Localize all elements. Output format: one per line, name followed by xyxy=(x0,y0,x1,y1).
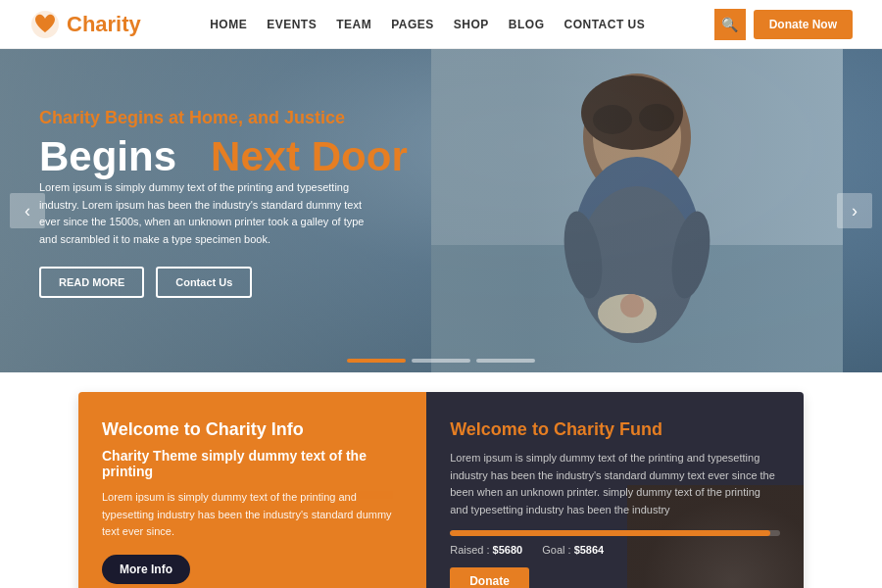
fund-stats: Raised : $5680 Goal : $5864 xyxy=(450,544,780,556)
logo[interactable]: Charity xyxy=(29,9,141,40)
hero-content: Charity Begins at Home, and Justice Begi… xyxy=(0,49,510,298)
nav-right: 🔍 Donate Now xyxy=(714,9,853,40)
raised-stat: Raised : $5680 xyxy=(450,544,522,556)
chevron-left-icon: ‹ xyxy=(24,201,30,221)
hero-dot-3[interactable] xyxy=(476,359,535,363)
hero-dot-1[interactable] xyxy=(347,359,406,363)
nav-team[interactable]: TEAM xyxy=(336,18,371,31)
nav-events[interactable]: EVENTS xyxy=(267,18,317,31)
nav-home[interactable]: HOME xyxy=(210,18,247,31)
goal-value: $5864 xyxy=(574,544,605,556)
hero-buttons: READ MORE Contact Us xyxy=(39,267,470,298)
charity-fund-content: Welcome to Charity Fund Lorem ipsum is s… xyxy=(450,419,780,588)
nav-pages[interactable]: PAGES xyxy=(391,18,434,31)
raised-value: $5680 xyxy=(493,544,523,556)
progress-bar-fill xyxy=(450,530,770,536)
search-icon: 🔍 xyxy=(721,17,738,32)
logo-icon xyxy=(29,9,61,40)
contact-us-button[interactable]: Contact Us xyxy=(156,267,252,298)
charity-fund-title: Welcome to Charity Fund xyxy=(450,419,780,440)
charity-info-bold: Charity Theme simply dummy text of the p… xyxy=(102,448,403,479)
hero-section: Charity Begins at Home, and Justice Begi… xyxy=(0,49,882,372)
navbar: Charity HOME EVENTS TEAM PAGES SHOP BLOG… xyxy=(0,0,882,49)
donate-nav-button[interactable]: Donate Now xyxy=(754,10,853,39)
hero-title-white: Begins xyxy=(39,133,176,179)
hero-subtitle: Charity Begins at Home, and Justice xyxy=(39,108,470,128)
hero-dot-2[interactable] xyxy=(412,359,470,363)
nav-shop[interactable]: SHOP xyxy=(454,18,489,31)
charity-info-card: Welcome to Charity Info Charity Theme si… xyxy=(78,392,426,588)
hero-title-orange: Next Door xyxy=(211,133,408,179)
charity-info-title: Welcome to Charity Info xyxy=(102,419,403,440)
charity-info-description: Lorem ipsum is simply dummy text of the … xyxy=(102,489,403,541)
hero-next-button[interactable]: › xyxy=(837,193,872,228)
goal-stat: Goal : $5864 xyxy=(542,544,604,556)
hero-title-line1: Begins Next Door xyxy=(39,134,470,179)
charity-fund-card: Welcome to Charity Fund Lorem ipsum is s… xyxy=(426,392,804,588)
nav-links: HOME EVENTS TEAM PAGES SHOP BLOG CONTACT… xyxy=(210,18,645,31)
progress-bar-container xyxy=(450,530,780,536)
charity-fund-description: Lorem ipsum is simply dummy text of the … xyxy=(450,450,780,518)
cards-section: Welcome to Charity Info Charity Theme si… xyxy=(78,392,804,588)
chevron-right-icon: › xyxy=(852,201,858,221)
hero-dots xyxy=(347,359,535,363)
read-more-button[interactable]: READ MORE xyxy=(39,267,144,298)
logo-text: Charity xyxy=(67,12,141,37)
nav-blog[interactable]: BLOG xyxy=(509,18,545,31)
nav-contact[interactable]: CONTACT US xyxy=(564,18,646,31)
hero-prev-button[interactable]: ‹ xyxy=(10,193,45,228)
donate-button[interactable]: Donate xyxy=(450,567,529,588)
search-button[interactable]: 🔍 xyxy=(714,9,746,40)
hero-description: Lorem ipsum is simply dummy text of the … xyxy=(39,179,382,248)
more-info-button[interactable]: More Info xyxy=(102,555,190,584)
